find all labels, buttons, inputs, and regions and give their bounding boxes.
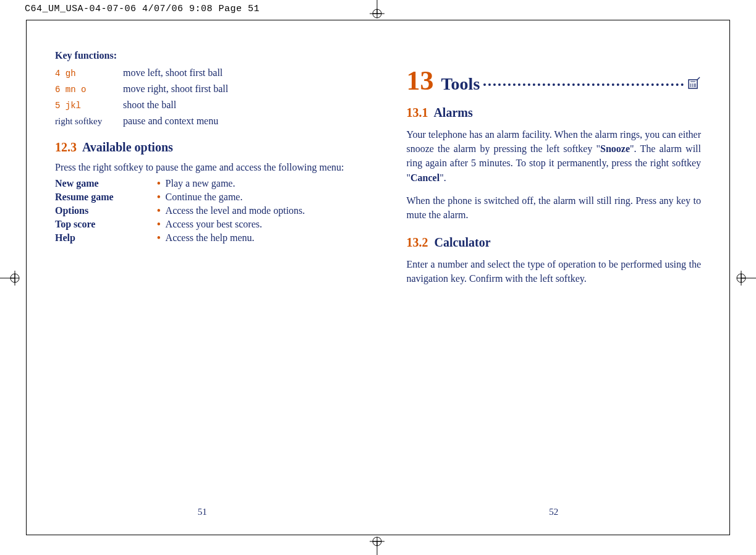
chapter-number: 13: [407, 67, 434, 95]
page-left: Key functions: 4 gh move left, shoot fir…: [27, 20, 378, 535]
bullet-icon: •: [157, 205, 161, 216]
section-heading-13-1: 13.1 Alarms: [407, 106, 702, 120]
key-desc: shoot the ball: [123, 100, 176, 111]
option-label: Help: [55, 232, 157, 244]
key-label: 4 gh: [55, 68, 123, 78]
section-number: 13.2: [407, 235, 428, 249]
crop-mark-icon: [363, 0, 391, 20]
print-header: C64_UM_USA-04-07-06 4/07/06 9:08 Page 51: [25, 4, 260, 14]
option-label: New game: [55, 178, 157, 189]
section-number: 13.1: [407, 106, 428, 119]
calculator-paragraph: Enter a number and select the type of op…: [407, 257, 702, 286]
keypad-5-icon: 5 jkl: [55, 101, 81, 111]
keypad-4-icon: 4 gh: [55, 69, 76, 78]
page-spread: Key functions: 4 gh move left, shoot fir…: [26, 20, 730, 535]
option-row: Resume game • Continue the game.: [55, 192, 350, 203]
key-desc: move left, shoot first ball: [123, 67, 223, 78]
bullet-icon: •: [157, 178, 161, 189]
option-row: Help • Access the help menu.: [55, 232, 350, 244]
section-title: Alarms: [433, 106, 472, 119]
option-desc: Access your best scores.: [166, 219, 262, 230]
svg-point-17: [737, 274, 745, 282]
option-desc: Play a new game.: [166, 178, 236, 189]
option-row: Options • Access the level and mode opti…: [55, 205, 350, 216]
page-right: 13 Tools 13.1 Alarms Your telephone has …: [378, 20, 730, 535]
alarms-paragraph-2: When the phone is switched off, the alar…: [407, 193, 702, 222]
option-row: Top score • Access your best scores.: [55, 219, 350, 230]
section-heading-13-2: 13.2 Calculator: [407, 235, 702, 250]
key-row: 4 gh move left, shoot first ball: [55, 67, 350, 78]
svg-point-7: [373, 537, 381, 546]
chapter-heading: 13 Tools: [407, 67, 702, 95]
page-number-left: 51: [198, 507, 207, 517]
key-functions-heading: Key functions:: [55, 50, 350, 61]
key-row: right softkey pause and context menu: [55, 116, 350, 127]
option-desc: Continue the game.: [166, 192, 243, 203]
chapter-title: Tools: [441, 74, 480, 94]
key-label: 5 jkl: [55, 100, 123, 111]
option-label: Top score: [55, 219, 157, 230]
option-row: New game • Play a new game.: [55, 178, 350, 189]
option-desc: Access the level and mode options.: [166, 205, 305, 216]
page-number-right: 52: [549, 507, 558, 517]
alarms-paragraph-1: Your telephone has an alarm facility. Wh…: [407, 127, 702, 185]
svg-rect-20: [689, 80, 697, 88]
svg-point-12: [11, 274, 19, 282]
key-desc: pause and context menu: [123, 116, 218, 127]
key-desc: move right, shoot first ball: [123, 83, 228, 95]
option-label: Options: [55, 205, 157, 216]
crop-mark-icon: [730, 271, 756, 286]
key-label: right softkey: [55, 116, 123, 127]
option-desc: Access the help menu.: [166, 232, 255, 244]
section-heading-12-3: 12.3 Available options: [55, 140, 350, 155]
section-title: Available options: [82, 140, 173, 154]
bullet-icon: •: [157, 232, 161, 244]
dots-divider: [483, 83, 684, 86]
bullet-icon: •: [157, 192, 161, 203]
keypad-6-icon: 6 mn o: [55, 85, 86, 95]
section-intro: Press the right softkey to pause the gam…: [55, 162, 350, 173]
section-number: 12.3: [55, 140, 77, 154]
section-title: Calculator: [435, 235, 491, 249]
option-label: Resume game: [55, 192, 157, 203]
tools-icon: [687, 76, 701, 93]
bullet-icon: •: [157, 219, 161, 230]
crop-mark-icon: [0, 271, 26, 286]
svg-point-2: [373, 9, 381, 18]
crop-mark-icon: [363, 535, 391, 555]
key-row: 6 mn o move right, shoot first ball: [55, 83, 350, 95]
key-row: 5 jkl shoot the ball: [55, 100, 350, 111]
key-label: 6 mn o: [55, 84, 123, 95]
